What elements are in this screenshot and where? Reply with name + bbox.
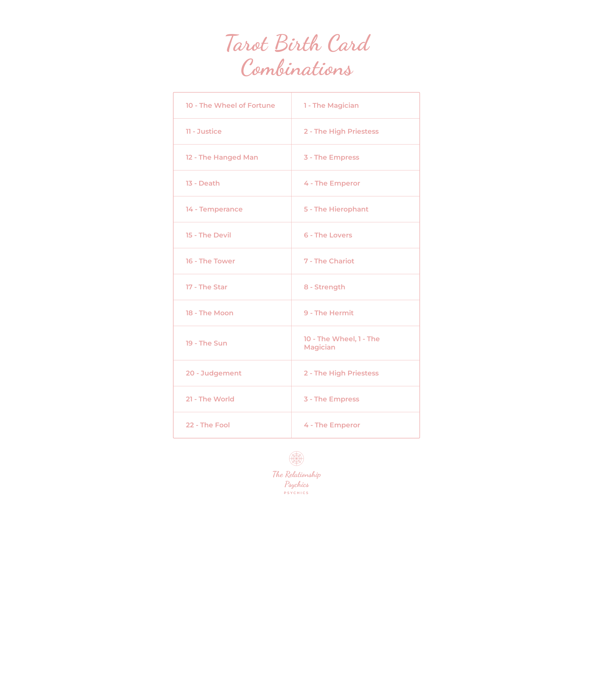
cell-left: 21 - The World bbox=[173, 386, 291, 412]
cell-right: 9 - The Hermit bbox=[291, 300, 420, 326]
table-row: 20 - Judgement2 - The High Priestess bbox=[173, 360, 420, 386]
svg-point-11 bbox=[295, 460, 298, 464]
table-row: 16 - The Tower7 - The Chariot bbox=[173, 248, 420, 274]
table-row: 15 - The Devil6 - The Lovers bbox=[173, 222, 420, 248]
cell-right: 2 - The High Priestess bbox=[291, 360, 420, 386]
svg-point-15 bbox=[295, 458, 298, 460]
cell-left: 13 - Death bbox=[173, 170, 291, 196]
cell-right: 10 - The Wheel, 1 - The Magician bbox=[291, 326, 420, 360]
cell-right: 1 - The Magician bbox=[291, 93, 420, 118]
table-row: 19 - The Sun10 - The Wheel, 1 - The Magi… bbox=[173, 326, 420, 360]
cell-left: 16 - The Tower bbox=[173, 248, 291, 274]
cell-left: 19 - The Sun bbox=[173, 326, 291, 360]
cell-right: 2 - The High Priestess bbox=[291, 119, 420, 144]
cell-right: 3 - The Empress bbox=[291, 145, 420, 170]
footer-logo-icon bbox=[289, 451, 304, 466]
table-row: 22 - The Fool4 - The Emperor bbox=[173, 412, 420, 438]
cell-left: 20 - Judgement bbox=[173, 360, 291, 386]
title-section: Tarot Birth Card Combinations bbox=[173, 22, 420, 92]
table-row: 18 - The Moon9 - The Hermit bbox=[173, 300, 420, 326]
svg-point-7 bbox=[295, 453, 298, 457]
table-container: 10 - The Wheel of Fortune1 - The Magicia… bbox=[173, 92, 420, 439]
footer-brand-name: The RelationshipPsychics bbox=[272, 469, 321, 489]
cell-right: 6 - The Lovers bbox=[291, 222, 420, 248]
table-row: 10 - The Wheel of Fortune1 - The Magicia… bbox=[173, 93, 420, 119]
cell-left: 12 - The Hanged Man bbox=[173, 145, 291, 170]
cell-right: 5 - The Hierophant bbox=[291, 196, 420, 222]
cell-right: 7 - The Chariot bbox=[291, 248, 420, 274]
footer-sub: PSYCHICS bbox=[284, 491, 309, 495]
page-container: Tarot Birth Card Combinations 10 - The W… bbox=[164, 12, 429, 510]
cell-left: 22 - The Fool bbox=[173, 412, 291, 438]
table-row: 17 - The Star8 - Strength bbox=[173, 274, 420, 300]
cell-right: 4 - The Emperor bbox=[291, 412, 420, 438]
cell-right: 4 - The Emperor bbox=[291, 170, 420, 196]
table-row: 12 - The Hanged Man3 - The Empress bbox=[173, 145, 420, 170]
cell-right: 3 - The Empress bbox=[291, 386, 420, 412]
cell-left: 15 - The Devil bbox=[173, 222, 291, 248]
table-row: 13 - Death4 - The Emperor bbox=[173, 170, 420, 196]
table-row: 11 - Justice2 - The High Priestess bbox=[173, 119, 420, 145]
cell-left: 11 - Justice bbox=[173, 119, 291, 144]
svg-point-9 bbox=[299, 458, 302, 460]
cell-left: 10 - The Wheel of Fortune bbox=[173, 93, 291, 118]
svg-point-13 bbox=[291, 458, 294, 460]
cell-left: 14 - Temperance bbox=[173, 196, 291, 222]
table-row: 21 - The World3 - The Empress bbox=[173, 386, 420, 412]
table-row: 14 - Temperance5 - The Hierophant bbox=[173, 196, 420, 222]
footer: The RelationshipPsychics PSYCHICS bbox=[173, 451, 420, 495]
cell-right: 8 - Strength bbox=[291, 274, 420, 300]
cell-left: 17 - The Star bbox=[173, 274, 291, 300]
page-title: Tarot Birth Card Combinations bbox=[179, 31, 414, 80]
cell-left: 18 - The Moon bbox=[173, 300, 291, 326]
